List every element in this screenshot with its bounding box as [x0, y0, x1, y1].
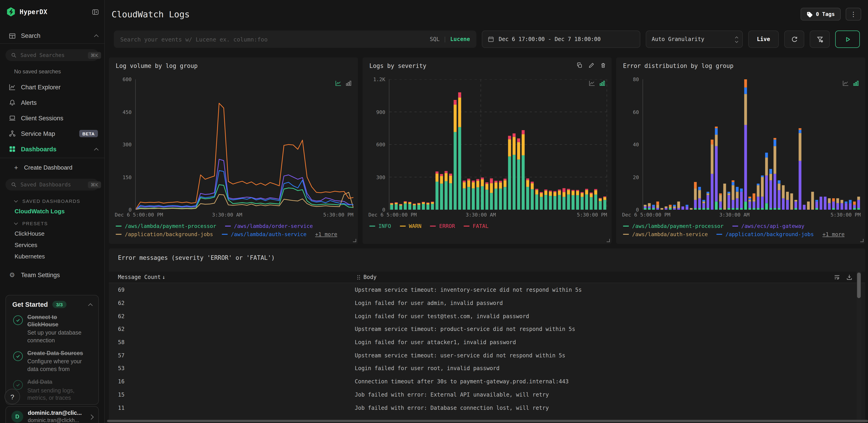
- panel-title: Error distribution by log group: [623, 62, 734, 69]
- scrollbar-thumb[interactable]: [857, 273, 861, 298]
- brand-name: HyperDX: [20, 8, 48, 16]
- section-saved-dashboards[interactable]: SAVED DASHBOARDS: [0, 196, 104, 205]
- legend-more-link[interactable]: +1 more: [315, 231, 337, 237]
- gear-icon: ⚙: [8, 271, 16, 279]
- legend-item[interactable]: /aws/ecs/api-gateway: [732, 223, 804, 229]
- column-message-count[interactable]: Message Count↓: [118, 274, 165, 280]
- bar-view-toggle-icon[interactable]: [853, 80, 859, 86]
- sidebar-item-alerts[interactable]: Alerts: [0, 95, 104, 110]
- horizontal-scrollbar[interactable]: [107, 420, 868, 422]
- table-row[interactable]: 69Upstream service timeout: inventory-se…: [109, 284, 856, 297]
- x-tick-label: 3:30:00 AM: [466, 212, 496, 218]
- cell-message-count: 57: [109, 352, 355, 359]
- get-started-step[interactable]: Add Data Start sending logs, metrics, or…: [12, 379, 92, 401]
- table-row[interactable]: 11Job failed with error: Database connec…: [109, 401, 856, 414]
- get-started-step[interactable]: Connect to ClickHouse Set up your databa…: [12, 314, 92, 344]
- sidebar-item-label: Team Settings: [21, 272, 60, 278]
- line-view-toggle-icon[interactable]: [842, 80, 849, 86]
- legend-item[interactable]: /aws/lambda/payment-processor: [623, 223, 724, 229]
- table-row[interactable]: 62Upstream service timeout: product-serv…: [109, 323, 856, 336]
- help-button[interactable]: ?: [5, 389, 20, 404]
- legend-item[interactable]: FATAL: [464, 223, 489, 229]
- legend-swatch: [116, 226, 122, 227]
- table-row[interactable]: 62Login failed for user test@test.com, i…: [109, 310, 856, 323]
- user-email: dominic.tran@clickh...: [28, 417, 82, 423]
- create-dashboard-button[interactable]: + Create Dashboard: [0, 161, 104, 174]
- sidebar-item-service-map[interactable]: Service Map BETA: [0, 126, 104, 141]
- sidebar-item-chart-explorer[interactable]: Chart Explorer: [0, 79, 104, 95]
- refresh-button[interactable]: [784, 31, 804, 48]
- section-presets[interactable]: PRESETS: [0, 219, 104, 228]
- chevron-down-icon: [14, 198, 18, 202]
- preset-item-kubernetes[interactable]: Kubernetes: [0, 251, 104, 262]
- lucene-mode-toggle[interactable]: Lucene: [450, 36, 470, 43]
- sidebar-collapse-icon[interactable]: [92, 8, 99, 15]
- table-row[interactable]: 53Login failed for user root, invalid pa…: [109, 362, 856, 375]
- preset-item-clickhouse[interactable]: ClickHouse: [0, 228, 104, 239]
- legend-item[interactable]: /aws/lambda/payment-processor: [116, 223, 216, 229]
- column-body[interactable]: Body: [364, 274, 377, 280]
- panel-log-volume: Log volume by log group 6004503001500: [109, 57, 358, 244]
- drag-handle-icon[interactable]: [357, 275, 360, 280]
- plus-icon: +: [14, 163, 18, 171]
- date-range-picker[interactable]: Dec 6 17:00:00 - Dec 7 18:00:00: [482, 31, 640, 48]
- no-saved-searches-text: No saved searches: [14, 68, 61, 75]
- legend-swatch: [464, 226, 469, 227]
- download-icon[interactable]: [846, 274, 852, 280]
- cell-message-count: 62: [109, 313, 355, 319]
- wrap-text-icon[interactable]: [834, 274, 840, 280]
- cell-body: Login failed for user test@test.com, inv…: [355, 313, 856, 319]
- line-view-toggle-icon[interactable]: [589, 80, 595, 86]
- y-tick-label: 900: [365, 109, 385, 115]
- saved-dashboards-input[interactable]: ⌘K: [5, 179, 99, 191]
- chevron-up-icon[interactable]: [88, 303, 93, 308]
- saved-dashboards-field[interactable]: [21, 181, 88, 188]
- legend-item[interactable]: /aws/lambda/auth-service: [222, 231, 307, 237]
- table-scrollbar[interactable]: [857, 272, 861, 423]
- check-circle-icon: [13, 351, 23, 361]
- bar-view-toggle-icon[interactable]: [599, 80, 605, 86]
- legend-item[interactable]: ERROR: [430, 223, 455, 229]
- table-row[interactable]: 15Job failed with error: External API un…: [109, 388, 856, 401]
- line-view-toggle-icon[interactable]: [335, 80, 342, 86]
- y-tick-label: 1.2K: [365, 77, 385, 83]
- sql-mode-toggle[interactable]: SQL: [430, 36, 439, 43]
- laptop-icon: [8, 114, 16, 122]
- saved-searches-input[interactable]: ⌘K: [5, 49, 99, 61]
- get-started-step[interactable]: Create Data Sources Configure where your…: [12, 350, 92, 373]
- sidebar-item-search[interactable]: Search: [0, 29, 104, 43]
- saved-searches-field[interactable]: [21, 52, 88, 58]
- legend-item[interactable]: /aws/lambda/auth-service: [623, 231, 708, 237]
- legend-item[interactable]: WARN: [400, 223, 421, 229]
- x-tick-label: 5:30:00 PM: [323, 212, 353, 218]
- edit-icon[interactable]: [588, 62, 594, 68]
- legend-more-link[interactable]: +1 more: [823, 231, 844, 237]
- y-tick-label: 80: [619, 77, 639, 83]
- legend-item[interactable]: INFO: [369, 223, 391, 229]
- table-row[interactable]: 58Login failed for user attacker1, inval…: [109, 336, 856, 349]
- sidebar-item-team-settings[interactable]: ⚙ Team Settings: [0, 267, 104, 283]
- table-row[interactable]: 62Login failed for user admin, invalid p…: [109, 297, 856, 310]
- bar-view-toggle-icon[interactable]: [346, 80, 351, 86]
- table-row[interactable]: 16Connection timeout after 30s to paymen…: [109, 375, 856, 388]
- user-card[interactable]: D dominic.tran@clic... dominic.tran@clic…: [5, 406, 99, 423]
- preset-item-services[interactable]: Services: [0, 239, 104, 251]
- sidebar-item-label: Dashboards: [21, 146, 57, 152]
- legend-item[interactable]: /aws/lambda/order-service: [225, 223, 313, 229]
- dashboard-item-cloudwatch-logs[interactable]: CloudWatch Logs: [0, 205, 104, 217]
- run-query-button[interactable]: [835, 31, 860, 48]
- tags-button[interactable]: 0 Tags: [801, 8, 841, 21]
- event-search-input[interactable]: [114, 36, 476, 43]
- table-row[interactable]: 57Upstream service timeout: user-service…: [109, 349, 856, 362]
- cell-body: Connection timeout after 30s to payment-…: [355, 378, 856, 385]
- live-button[interactable]: Live: [748, 31, 779, 48]
- sidebar-item-client-sessions[interactable]: Client Sessions: [0, 110, 104, 126]
- granularity-select[interactable]: Auto Granularity: [646, 31, 743, 48]
- legend-item[interactable]: /application/background-jobs: [716, 231, 814, 237]
- sidebar-item-dashboards[interactable]: Dashboards: [0, 141, 104, 157]
- filter-button[interactable]: [810, 31, 830, 48]
- duplicate-icon[interactable]: [577, 62, 583, 68]
- legend-item[interactable]: /application/background-jobs: [116, 231, 213, 237]
- delete-icon[interactable]: [600, 62, 606, 68]
- panel-menu-button[interactable]: ⋮: [846, 8, 861, 21]
